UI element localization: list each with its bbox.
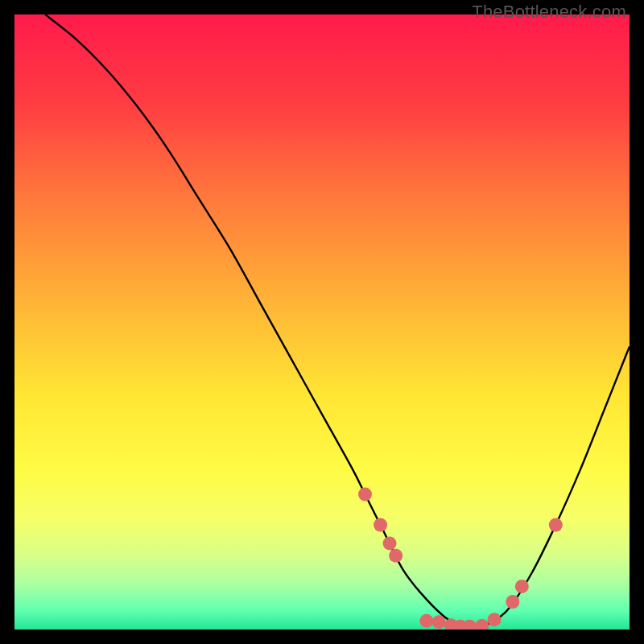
data-point (389, 549, 402, 563)
data-point (515, 580, 529, 593)
data-point (487, 613, 501, 626)
data-point (419, 614, 433, 628)
data-point (358, 487, 372, 501)
data-point (383, 537, 397, 551)
chart-svg (14, 14, 630, 630)
gradient-background (14, 14, 630, 630)
data-point (549, 518, 563, 532)
data-point (432, 615, 446, 629)
watermark-text: TheBottleneck.com (472, 2, 626, 23)
data-point (374, 518, 387, 532)
chart-frame (14, 14, 630, 630)
data-point (506, 595, 519, 609)
